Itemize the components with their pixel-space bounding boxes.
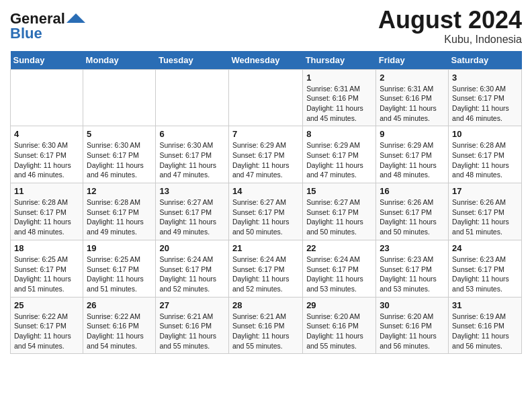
day-cell: 3Sunrise: 6:30 AM Sunset: 6:17 PM Daylig… xyxy=(449,69,522,126)
day-number: 26 xyxy=(87,300,152,310)
day-number: 20 xyxy=(159,243,225,253)
day-cell: 11Sunrise: 6:28 AM Sunset: 6:17 PM Dayli… xyxy=(11,183,83,240)
day-number: 30 xyxy=(380,300,445,310)
day-number: 11 xyxy=(14,186,79,196)
day-info: Sunrise: 6:19 AM Sunset: 6:16 PM Dayligh… xyxy=(452,312,518,351)
day-info: Sunrise: 6:28 AM Sunset: 6:17 PM Dayligh… xyxy=(452,140,518,180)
day-info: Sunrise: 6:24 AM Sunset: 6:17 PM Dayligh… xyxy=(159,255,225,294)
day-info: Sunrise: 6:20 AM Sunset: 6:16 PM Dayligh… xyxy=(306,312,372,351)
day-cell: 5Sunrise: 6:30 AM Sunset: 6:17 PM Daylig… xyxy=(83,126,156,183)
day-info: Sunrise: 6:26 AM Sunset: 6:17 PM Dayligh… xyxy=(452,197,518,237)
day-number: 22 xyxy=(306,243,372,253)
day-number: 28 xyxy=(232,300,299,310)
day-cell: 21Sunrise: 6:24 AM Sunset: 6:17 PM Dayli… xyxy=(228,240,302,297)
day-cell: 27Sunrise: 6:21 AM Sunset: 6:16 PM Dayli… xyxy=(156,297,229,354)
day-info: Sunrise: 6:23 AM Sunset: 6:17 PM Dayligh… xyxy=(452,255,518,294)
day-info: Sunrise: 6:22 AM Sunset: 6:17 PM Dayligh… xyxy=(14,312,79,351)
day-info: Sunrise: 6:28 AM Sunset: 6:17 PM Dayligh… xyxy=(87,197,152,237)
day-cell: 19Sunrise: 6:25 AM Sunset: 6:17 PM Dayli… xyxy=(83,240,156,297)
day-number: 17 xyxy=(452,186,518,196)
day-info: Sunrise: 6:25 AM Sunset: 6:17 PM Dayligh… xyxy=(87,255,152,294)
day-info: Sunrise: 6:24 AM Sunset: 6:17 PM Dayligh… xyxy=(232,255,299,294)
day-info: Sunrise: 6:30 AM Sunset: 6:17 PM Dayligh… xyxy=(14,140,79,180)
day-cell: 8Sunrise: 6:29 AM Sunset: 6:17 PM Daylig… xyxy=(303,126,376,183)
day-info: Sunrise: 6:31 AM Sunset: 6:16 PM Dayligh… xyxy=(380,84,445,124)
day-cell xyxy=(11,69,83,126)
day-cell: 10Sunrise: 6:28 AM Sunset: 6:17 PM Dayli… xyxy=(449,126,522,183)
calendar-table: SundayMondayTuesdayWednesdayThursdayFrid… xyxy=(10,51,522,355)
day-number: 27 xyxy=(159,300,225,310)
day-cell: 14Sunrise: 6:27 AM Sunset: 6:17 PM Dayli… xyxy=(228,183,302,240)
day-cell: 23Sunrise: 6:23 AM Sunset: 6:17 PM Dayli… xyxy=(376,240,449,297)
day-cell: 30Sunrise: 6:20 AM Sunset: 6:16 PM Dayli… xyxy=(376,297,449,354)
day-number: 18 xyxy=(14,243,79,253)
week-row-2: 11Sunrise: 6:28 AM Sunset: 6:17 PM Dayli… xyxy=(11,183,522,240)
day-number: 15 xyxy=(306,186,372,196)
day-number: 4 xyxy=(14,129,79,139)
day-number: 23 xyxy=(380,243,445,253)
day-cell: 6Sunrise: 6:30 AM Sunset: 6:17 PM Daylig… xyxy=(156,126,229,183)
day-cell xyxy=(156,69,229,126)
day-cell: 1Sunrise: 6:31 AM Sunset: 6:16 PM Daylig… xyxy=(303,69,376,126)
day-number: 24 xyxy=(452,243,518,253)
day-cell: 9Sunrise: 6:29 AM Sunset: 6:17 PM Daylig… xyxy=(376,126,449,183)
day-number: 29 xyxy=(306,300,372,310)
day-number: 6 xyxy=(159,129,225,139)
day-number: 14 xyxy=(232,186,299,196)
day-info: Sunrise: 6:29 AM Sunset: 6:17 PM Dayligh… xyxy=(306,140,372,180)
header-friday: Friday xyxy=(376,51,449,70)
day-cell: 4Sunrise: 6:30 AM Sunset: 6:17 PM Daylig… xyxy=(11,126,83,183)
day-number: 25 xyxy=(14,300,79,310)
day-number: 8 xyxy=(306,129,372,139)
day-cell: 20Sunrise: 6:24 AM Sunset: 6:17 PM Dayli… xyxy=(156,240,229,297)
day-info: Sunrise: 6:27 AM Sunset: 6:17 PM Dayligh… xyxy=(232,197,299,237)
day-number: 10 xyxy=(452,129,518,139)
day-cell: 17Sunrise: 6:26 AM Sunset: 6:17 PM Dayli… xyxy=(449,183,522,240)
day-cell: 25Sunrise: 6:22 AM Sunset: 6:17 PM Dayli… xyxy=(11,297,83,354)
day-info: Sunrise: 6:29 AM Sunset: 6:17 PM Dayligh… xyxy=(232,140,299,180)
day-number: 21 xyxy=(232,243,299,253)
header-monday: Monday xyxy=(83,51,156,70)
day-cell: 2Sunrise: 6:31 AM Sunset: 6:16 PM Daylig… xyxy=(376,69,449,126)
day-number: 5 xyxy=(87,129,152,139)
day-info: Sunrise: 6:20 AM Sunset: 6:16 PM Dayligh… xyxy=(380,312,445,351)
day-cell xyxy=(228,69,302,126)
day-cell: 16Sunrise: 6:26 AM Sunset: 6:17 PM Dayli… xyxy=(376,183,449,240)
week-row-1: 4Sunrise: 6:30 AM Sunset: 6:17 PM Daylig… xyxy=(11,126,522,183)
day-number: 31 xyxy=(452,300,518,310)
header-sunday: Sunday xyxy=(11,51,83,70)
logo-icon xyxy=(66,13,85,23)
header-saturday: Saturday xyxy=(449,51,522,70)
day-info: Sunrise: 6:30 AM Sunset: 6:17 PM Dayligh… xyxy=(159,140,225,180)
day-cell: 7Sunrise: 6:29 AM Sunset: 6:17 PM Daylig… xyxy=(228,126,302,183)
day-cell: 13Sunrise: 6:27 AM Sunset: 6:17 PM Dayli… xyxy=(156,183,229,240)
page-title: August 2024 xyxy=(378,7,522,34)
header-wednesday: Wednesday xyxy=(228,51,302,70)
day-cell xyxy=(83,69,156,126)
day-number: 19 xyxy=(87,243,152,253)
day-info: Sunrise: 6:29 AM Sunset: 6:17 PM Dayligh… xyxy=(380,140,445,180)
svg-marker-0 xyxy=(66,13,85,23)
day-number: 1 xyxy=(306,73,372,83)
day-info: Sunrise: 6:27 AM Sunset: 6:17 PM Dayligh… xyxy=(159,197,225,237)
header-tuesday: Tuesday xyxy=(156,51,229,70)
day-number: 3 xyxy=(452,73,518,83)
day-cell: 29Sunrise: 6:20 AM Sunset: 6:16 PM Dayli… xyxy=(303,297,376,354)
page-header: General Blue August 2024 Kubu, Indonesia xyxy=(10,7,522,46)
day-info: Sunrise: 6:30 AM Sunset: 6:17 PM Dayligh… xyxy=(87,140,152,180)
day-info: Sunrise: 6:23 AM Sunset: 6:17 PM Dayligh… xyxy=(380,255,445,294)
day-cell: 15Sunrise: 6:27 AM Sunset: 6:17 PM Dayli… xyxy=(303,183,376,240)
day-number: 9 xyxy=(380,129,445,139)
day-number: 13 xyxy=(159,186,225,196)
day-cell: 24Sunrise: 6:23 AM Sunset: 6:17 PM Dayli… xyxy=(449,240,522,297)
page-subtitle: Kubu, Indonesia xyxy=(378,34,522,46)
day-info: Sunrise: 6:30 AM Sunset: 6:17 PM Dayligh… xyxy=(452,84,518,124)
day-cell: 26Sunrise: 6:22 AM Sunset: 6:16 PM Dayli… xyxy=(83,297,156,354)
week-row-3: 18Sunrise: 6:25 AM Sunset: 6:17 PM Dayli… xyxy=(11,240,522,297)
week-row-0: 1Sunrise: 6:31 AM Sunset: 6:16 PM Daylig… xyxy=(11,69,522,126)
calendar-header-row: SundayMondayTuesdayWednesdayThursdayFrid… xyxy=(11,51,522,70)
logo-blue: Blue xyxy=(10,25,42,42)
day-cell: 28Sunrise: 6:21 AM Sunset: 6:16 PM Dayli… xyxy=(228,297,302,354)
day-number: 2 xyxy=(380,73,445,83)
day-info: Sunrise: 6:27 AM Sunset: 6:17 PM Dayligh… xyxy=(306,197,372,237)
